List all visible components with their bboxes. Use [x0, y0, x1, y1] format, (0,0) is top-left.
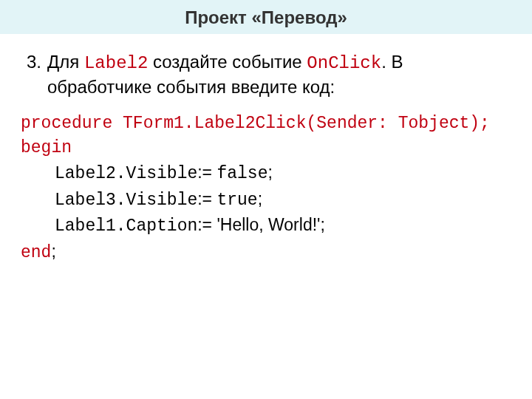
instruction-code-label2: Label2: [84, 53, 148, 73]
keyword-begin: begin: [21, 138, 72, 157]
instruction-text-1b: создайте событие: [148, 52, 307, 72]
code-op-3: :=: [197, 163, 216, 182]
code-line-6: end;: [21, 239, 511, 265]
code-expr-5a: Label1.Caption: [55, 216, 197, 236]
code-line-2: begin: [21, 136, 511, 160]
instruction-text-1c: . В: [381, 52, 403, 72]
instruction-item: 3. Для Label2 создайте событие OnClick. …: [47, 50, 511, 100]
instruction-code-onclick: OnClick: [307, 53, 381, 73]
keyword-procedure: procedure: [21, 114, 112, 133]
instruction-number: 3.: [21, 50, 41, 74]
code-expr-4a: Label3.Visible: [55, 191, 197, 210]
page-title: Проект «Перевод»: [0, 0, 532, 34]
code-expr-3a: Label2.Visible: [55, 164, 197, 183]
code-line-3: Label2.Visible:= false;: [21, 160, 511, 186]
code-line-4: Label3.Visible:= true;: [21, 187, 511, 213]
content: 3. Для Label2 создайте событие OnClick. …: [0, 34, 532, 265]
code-line-5: Label1.Caption:= 'Hello, World!';: [21, 213, 511, 239]
code-block: procedure TForm1.Label2Click(Sender: Tob…: [21, 112, 511, 265]
code-op-4: :=: [197, 189, 216, 208]
code-val-3: false: [216, 164, 267, 183]
code-semi-4: ;: [258, 189, 262, 208]
instruction-text-1a: Для: [47, 52, 84, 72]
code-semi-6: ;: [51, 242, 55, 261]
code-semi-3: ;: [267, 163, 272, 182]
code-line-1: procedure TForm1.Label2Click(Sender: Tob…: [21, 112, 511, 136]
code-rest-5: := 'Hello, World!';: [197, 215, 325, 234]
code-signature: TForm1.Label2Click(Sender: Tobject);: [112, 114, 490, 133]
keyword-end: end: [21, 243, 51, 262]
code-val-4: true: [216, 191, 257, 210]
instruction-text-2: обработчике события введите код:: [47, 77, 335, 97]
